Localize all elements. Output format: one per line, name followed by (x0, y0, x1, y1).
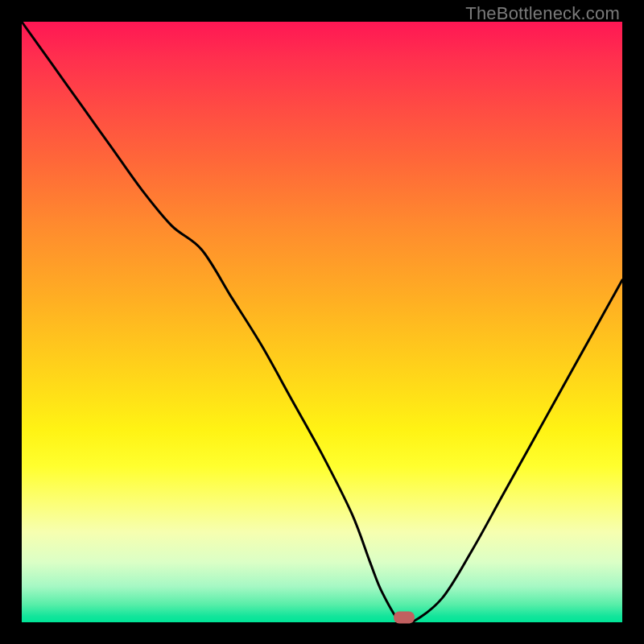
chart-frame: TheBottleneck.com (0, 0, 644, 644)
minimum-marker (394, 612, 415, 624)
bottleneck-curve (22, 22, 622, 625)
watermark-text: TheBottleneck.com (465, 3, 620, 24)
bottleneck-curve-svg (22, 22, 622, 622)
